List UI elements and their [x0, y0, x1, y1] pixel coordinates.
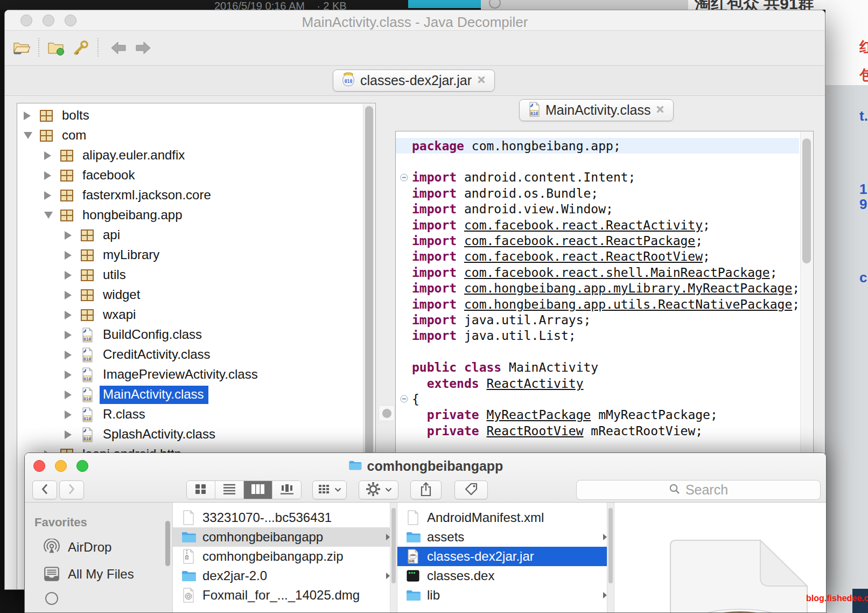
- code-text: import com.facebook.react.ReactActivity;: [412, 218, 710, 232]
- close-tab-icon[interactable]: [656, 105, 664, 116]
- package-icon: [80, 249, 95, 262]
- expand-triangle-icon[interactable]: [65, 271, 75, 280]
- expand-triangle-icon[interactable]: [65, 391, 75, 399]
- tree-item-mylibrary[interactable]: myLibrary: [17, 245, 361, 265]
- collapse-triangle-icon[interactable]: [24, 132, 34, 139]
- close-tab-icon[interactable]: [477, 75, 486, 86]
- tree-item-facebook[interactable]: facebook: [17, 165, 361, 185]
- splitter-handle[interactable]: [379, 405, 395, 421]
- file-row-33231070-bc536431[interactable]: 33231070-...bc536431: [173, 508, 397, 527]
- jd-tab-strip: 010 classes-dex2jar.jar: [5, 66, 825, 96]
- fold-minus-icon[interactable]: [396, 173, 412, 182]
- column-view-button[interactable]: [244, 481, 272, 499]
- forward-icon[interactable]: [133, 38, 153, 58]
- column-scrollbar-thumb[interactable]: [608, 508, 613, 583]
- code-token: [457, 249, 464, 263]
- tree-item-api[interactable]: api: [17, 225, 361, 245]
- tree-item-label: api: [100, 226, 124, 245]
- tree-item-hongbeibang-app[interactable]: hongbeibang.app: [17, 205, 361, 225]
- back-icon[interactable]: [108, 38, 129, 58]
- file-row-label: dex2jar-2.0: [202, 568, 267, 583]
- tree-item-creditactivity-class[interactable]: 010CreditActivity.class: [17, 345, 361, 365]
- file-row-label: assets: [427, 530, 464, 545]
- expand-triangle-icon[interactable]: [65, 251, 75, 260]
- list-view-button[interactable]: [215, 481, 244, 499]
- expand-triangle-icon[interactable]: [65, 311, 75, 319]
- tree-item-imagepreviewactivity-class[interactable]: 010ImagePreviewActivity.class: [17, 365, 361, 385]
- expand-triangle-icon[interactable]: [65, 291, 75, 299]
- tree-item-utils[interactable]: utils: [17, 265, 361, 285]
- file-row-classes-dex[interactable]: classes.dex: [397, 566, 614, 586]
- expand-triangle-icon[interactable]: [44, 171, 55, 180]
- sidebar-scrollbar-thumb[interactable]: [165, 521, 170, 566]
- sidebar-item-partial[interactable]: [25, 588, 172, 609]
- sidebar-item-label: AirDrop: [68, 540, 111, 555]
- expand-triangle-icon[interactable]: [24, 112, 34, 120]
- share-button[interactable]: [410, 480, 442, 499]
- expand-triangle-icon[interactable]: [65, 351, 75, 359]
- tree-item-wxapi[interactable]: wxapi: [17, 305, 361, 325]
- code-token: import: [412, 218, 457, 232]
- open-type-icon[interactable]: [46, 38, 66, 58]
- tree-item-widget[interactable]: widget: [17, 285, 361, 305]
- tab-classes-dex2jar-jar[interactable]: 010 classes-dex2jar.jar: [333, 69, 495, 92]
- finder-title-text: comhongbeibangapp: [367, 458, 503, 474]
- fold-minus-icon[interactable]: [396, 395, 412, 403]
- code-token: import: [412, 297, 457, 311]
- tree-item-com[interactable]: com: [17, 126, 361, 145]
- background-text-fragment: t.: [859, 108, 868, 124]
- tree-item-buildconfig-class[interactable]: 010BuildConfig.class: [17, 325, 361, 345]
- arrange-menu-button[interactable]: [312, 480, 347, 499]
- expand-triangle-icon[interactable]: [65, 231, 75, 240]
- sidebar-item-airdrop[interactable]: AirDrop: [25, 534, 172, 561]
- code-token: import: [412, 313, 457, 327]
- code-text: import java.util.Arrays;: [412, 313, 591, 327]
- forward-button[interactable]: [59, 480, 84, 499]
- expand-triangle-icon[interactable]: [65, 331, 75, 339]
- code-scrollbar-thumb[interactable]: [802, 138, 811, 263]
- back-button[interactable]: [32, 480, 57, 499]
- file-row-comhongbeibangapp[interactable]: comhongbeibangapp: [173, 527, 397, 547]
- expand-triangle-icon[interactable]: [44, 191, 55, 200]
- tab-mainactivity-class[interactable]: 010 MainActivity.class: [519, 99, 674, 121]
- tree-item-bolts[interactable]: bolts: [17, 106, 361, 126]
- toolbar-separator: [38, 38, 39, 57]
- sidebar-item-all-my-files[interactable]: All My Files: [25, 561, 172, 588]
- expand-triangle-icon[interactable]: [65, 430, 75, 439]
- code-token: ;: [703, 249, 710, 263]
- flow-view-button[interactable]: [272, 481, 301, 499]
- column-scrollbar[interactable]: [390, 503, 397, 612]
- package-icon: [80, 229, 95, 242]
- search-input[interactable]: Search: [576, 480, 821, 500]
- open-file-icon[interactable]: [11, 38, 32, 58]
- code-token: mReactRootView;: [584, 424, 703, 438]
- expand-triangle-icon[interactable]: [44, 151, 55, 160]
- tree-item-fasterxml-jackson-core[interactable]: fasterxml.jackson.core: [17, 185, 361, 205]
- column-scrollbar[interactable]: [607, 503, 614, 612]
- expand-triangle-icon[interactable]: [65, 410, 75, 419]
- column-scrollbar-thumb[interactable]: [391, 508, 396, 583]
- tree-item-alipay-euler-andfix[interactable]: alipay.euler.andfix: [17, 145, 361, 165]
- file-row-label: AndroidManifest.xml: [427, 510, 544, 525]
- file-row-comhongbeibangapp-zip[interactable]: comhongbeibangapp.zip: [173, 547, 397, 566]
- tree-item-mainactivity-class[interactable]: 010MainActivity.class: [17, 385, 361, 405]
- tree-item-r-class[interactable]: 010R.class: [17, 405, 361, 424]
- file-row-foxmail-for-14025-dmg[interactable]: Foxmail_for_..._14025.dmg: [173, 586, 397, 605]
- file-row-androidmanifest-xml[interactable]: AndroidManifest.xml: [397, 508, 614, 527]
- file-row-lib[interactable]: lib: [397, 586, 614, 605]
- code-token: [412, 424, 427, 438]
- action-menu-button[interactable]: [359, 480, 398, 499]
- collapse-triangle-icon[interactable]: [44, 212, 55, 219]
- tree-item-label: com: [59, 127, 90, 145]
- file-row-dex2jar-2-0[interactable]: dex2jar-2.0: [173, 566, 397, 586]
- file-row-assets[interactable]: assets: [397, 527, 614, 547]
- tree-item-splashactivity-class[interactable]: 010SplashActivity.class: [17, 424, 361, 444]
- icon-view-button[interactable]: [187, 481, 215, 499]
- code-token: [412, 377, 427, 391]
- search-icon[interactable]: [71, 38, 91, 58]
- code-text: import android.view.Window;: [412, 202, 613, 216]
- file-row-classes-dex2jar-jar[interactable]: JARclasses-dex2jar.jar: [397, 547, 614, 566]
- expand-triangle-icon[interactable]: [65, 371, 75, 379]
- tree-item-label: fasterxml.jackson.core: [79, 186, 215, 205]
- tag-button[interactable]: [454, 480, 488, 499]
